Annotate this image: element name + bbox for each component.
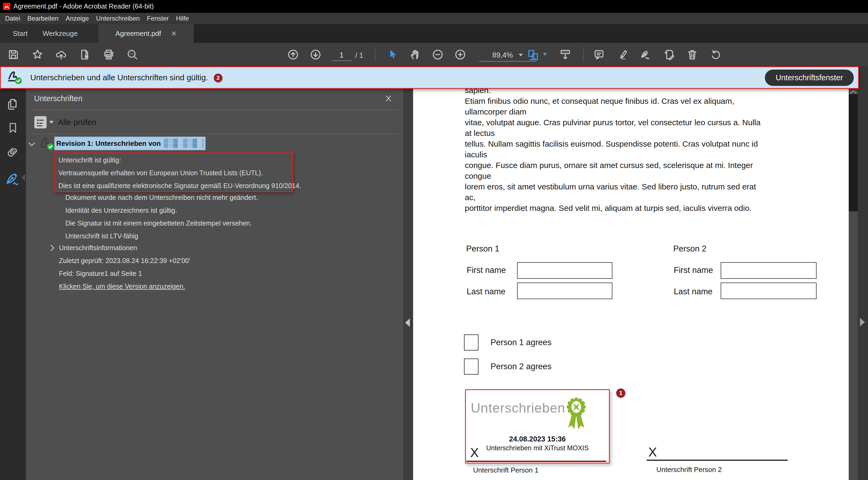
person2-last-name-label: Last name	[674, 287, 713, 297]
bookmarks-icon[interactable]	[7, 122, 19, 134]
attachments-icon[interactable]	[6, 146, 19, 159]
next-page-icon[interactable]	[310, 49, 321, 61]
person2-first-name-label: First name	[674, 266, 713, 275]
signature1-line	[466, 461, 606, 462]
acrobat-app-icon	[3, 2, 11, 10]
person1-agrees-label: Person 1 agrees	[491, 338, 551, 347]
export-file-icon[interactable]	[79, 49, 91, 61]
signature-status-bar: Unterschrieben und alle Unterschriften s…	[0, 66, 859, 89]
signature-stamp-field[interactable]: Unterschrieben 24.08.2023 15:36 Untersch…	[465, 389, 610, 464]
signature2-x-mark: X	[648, 445, 657, 459]
field-info-label: Feld: Signature1 auf Seite 1	[59, 270, 142, 277]
page-fit-icon[interactable]	[527, 49, 539, 62]
panel-close-icon[interactable]	[385, 95, 392, 102]
active-tool-notch	[22, 174, 25, 181]
tab-start[interactable]: Start	[13, 29, 28, 38]
zoom-in-icon[interactable]	[454, 49, 466, 61]
trash-icon[interactable]	[686, 49, 698, 61]
person1-first-name-field[interactable]	[517, 262, 613, 279]
person2-last-name-field[interactable]	[721, 282, 816, 299]
scrollbar-thumb[interactable]	[849, 94, 858, 211]
person2-title: Person 2	[673, 244, 707, 254]
document-text-line: ac,	[465, 192, 761, 203]
page-number-input[interactable]	[332, 50, 351, 61]
menu-bearbeiten[interactable]: Bearbeiten	[27, 15, 58, 22]
document-text-line: congue. Fusce diam purus, ornare sit ame…	[465, 160, 761, 171]
signature-valid-icon	[39, 135, 55, 152]
zoom-out-icon[interactable]	[432, 49, 444, 61]
tab-document[interactable]: Agreement.pdf	[98, 24, 194, 43]
document-text-line: tellus. Nullam sagittis facilisis euismo…	[465, 139, 761, 149]
share-cloud-icon[interactable]	[55, 49, 67, 61]
page-thumbnails-icon[interactable]	[6, 98, 19, 111]
status-item: Unterschrift ist LTV-fähig	[65, 232, 138, 240]
annotation-badge-2: 2	[214, 74, 222, 82]
signature-panel-button[interactable]: Unterschriftsfenster	[765, 70, 854, 86]
person1-last-name-field[interactable]	[517, 282, 613, 299]
hand-tool-icon[interactable]	[409, 49, 421, 61]
stamp-date: 24.08.2023 15:36	[466, 435, 609, 443]
tab-document-label: Agreement.pdf	[116, 29, 161, 38]
page-fit-chevron-icon[interactable]	[543, 53, 547, 56]
validate-options-chevron-icon[interactable]	[49, 121, 54, 124]
rotate-icon[interactable]	[710, 49, 722, 61]
person1-agrees-checkbox[interactable]	[464, 335, 478, 350]
document-text-line: vitae, volutpat augue. Cras pulvinar pur…	[465, 117, 761, 128]
signature2-label: Unterschrift Person 2	[656, 466, 722, 474]
select-tool-icon[interactable]	[387, 49, 399, 61]
window-title: Agreement.pdf - Adobe Acrobat Reader (64…	[13, 2, 154, 10]
previous-page-icon[interactable]	[287, 49, 299, 61]
tab-werkzeuge[interactable]: Werkzeuge	[42, 29, 78, 38]
signature-status-message: Unterschrieben und alle Unterschriften s…	[30, 67, 208, 88]
hide-toolbar-icon[interactable]	[559, 49, 571, 61]
menu-unterschreiben[interactable]: Unterschreiben	[96, 15, 140, 22]
collapse-panel-icon[interactable]	[405, 318, 410, 327]
view-version-link[interactable]: Klicken Sie, um diese Version anzuzeigen…	[59, 282, 185, 290]
panel-divider	[31, 110, 399, 110]
panel-title: Unterschriften	[34, 94, 83, 103]
document-text-line: at lectus	[465, 128, 761, 139]
toolbar-divider	[583, 47, 584, 62]
expand-right-panel-icon[interactable]	[860, 318, 865, 327]
revision-row[interactable]: Revision 1: Unterschrieben von	[54, 136, 206, 150]
menu-hilfe[interactable]: Hilfe	[176, 15, 189, 22]
document-paragraph: sapien. Etiam finibus odio nunc, et cons…	[465, 85, 761, 213]
status-item: Dokument wurde nach dem Unterschreiben n…	[65, 194, 258, 202]
toolbar-divider	[375, 47, 375, 62]
signatures-icon[interactable]	[5, 172, 20, 186]
validate-all-button[interactable]: Alle prüfen	[58, 118, 96, 127]
save-icon[interactable]	[7, 49, 19, 61]
menu-anzeige[interactable]: Anzeige	[66, 15, 89, 22]
star-icon[interactable]	[32, 49, 43, 61]
document-text-line: iaculis	[465, 149, 761, 160]
person2-first-name-field[interactable]	[721, 262, 816, 279]
menu-bar: Datei Bearbeiten Anzeige Unterschreiben …	[0, 13, 868, 24]
sign-pen-icon[interactable]	[640, 49, 652, 61]
document-text-line: lorem eros, sit amet vestibulum urna var…	[465, 181, 761, 192]
highlight-icon[interactable]	[617, 49, 628, 61]
page-count-label: / 1	[355, 52, 363, 60]
revision-label: Revision 1: Unterschrieben von	[56, 139, 161, 148]
tab-close-icon[interactable]	[171, 31, 177, 36]
fill-and-sign-icon[interactable]	[663, 49, 675, 61]
menu-datei[interactable]: Datei	[5, 15, 20, 22]
print-icon[interactable]	[103, 49, 115, 61]
status-item: Die Signatur ist mit einem eingebetteten…	[65, 219, 252, 227]
zoom-level-value: 89,4%	[492, 51, 513, 59]
tab-group-left: Start Werkzeuge	[0, 24, 98, 43]
last-checked-label: Zuletzt geprüft: 2023.08.24 16:22:39 +02…	[59, 257, 190, 265]
stamp-x-mark: X	[470, 445, 479, 460]
comment-icon[interactable]	[593, 49, 605, 61]
menu-fenster[interactable]: Fenster	[147, 15, 169, 22]
info-group-label[interactable]: Unterschriftsinformationen	[59, 244, 137, 252]
panel-collapse-strip	[403, 89, 413, 480]
person2-agrees-checkbox[interactable]	[464, 358, 478, 375]
stamp-rosette-icon	[564, 396, 588, 432]
signature2-line[interactable]	[647, 460, 787, 461]
validate-options-icon[interactable]	[34, 116, 46, 129]
status-item: Identität des Unterzeichners ist gültig.	[65, 207, 177, 214]
acrobat-window: Agreement.pdf - Adobe Acrobat Reader (64…	[0, 0, 868, 480]
search-icon[interactable]	[126, 49, 138, 61]
document-text-line: porttitor imperdiet magna. Sed velit mi,…	[465, 203, 761, 213]
person1-first-name-label: First name	[467, 266, 506, 275]
